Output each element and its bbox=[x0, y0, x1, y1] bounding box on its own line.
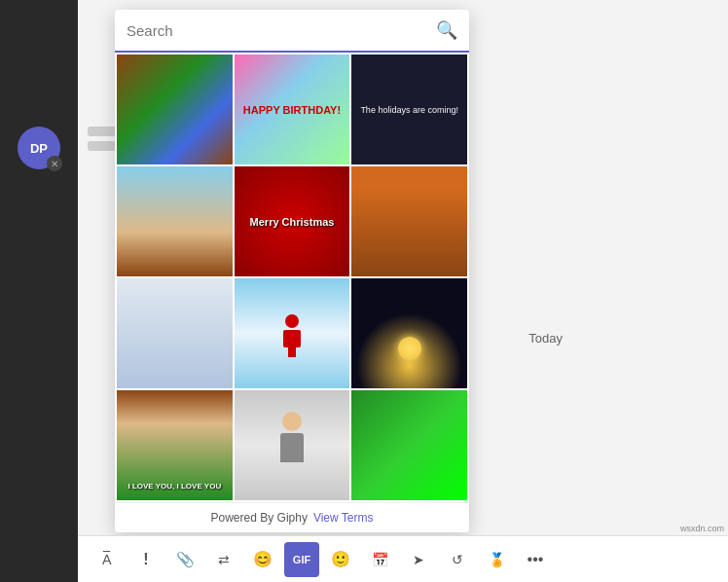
gif-thumbnail: HAPPY BIRTHDAY! bbox=[235, 55, 350, 164]
schedule-icon: 📅 bbox=[372, 552, 388, 567]
gif-thumbnail bbox=[117, 278, 233, 388]
gif-search-bar: Search 🔍 bbox=[115, 10, 469, 53]
gif-icon: GIF bbox=[293, 554, 310, 565]
send-button[interactable]: ➤ bbox=[401, 542, 436, 577]
gif-search-input[interactable]: Search bbox=[127, 22, 428, 39]
gif-thumbnail bbox=[351, 166, 467, 276]
important-button[interactable]: ! bbox=[128, 542, 164, 577]
gif-item[interactable]: The holidays are coming! bbox=[351, 55, 467, 164]
loop-icon: ↺ bbox=[452, 552, 463, 567]
schedule-button[interactable]: 📅 bbox=[362, 542, 397, 577]
format-icon: A̅ bbox=[102, 552, 112, 567]
gif-thumbnail: Merry Christmas bbox=[235, 166, 350, 276]
translate-button[interactable]: ⇄ bbox=[206, 542, 241, 577]
gif-footer: Powered By Giphy View Terms bbox=[115, 502, 469, 532]
giphy-attribution: Powered By Giphy bbox=[211, 511, 308, 525]
chat-message-stub bbox=[88, 141, 117, 151]
gif-item[interactable] bbox=[351, 278, 467, 388]
emoji-button[interactable]: 😊 bbox=[245, 542, 280, 577]
kudos-icon: 🏅 bbox=[489, 552, 505, 567]
gif-item[interactable] bbox=[117, 278, 233, 388]
sticker-button[interactable]: 🙂 bbox=[323, 542, 358, 577]
emoji-icon: 😊 bbox=[253, 550, 273, 568]
message-toolbar: A̅ ! 📎 ⇄ 😊 GIF 🙂 📅 ➤ ↺ 🏅 ••• bbox=[78, 535, 728, 582]
gif-thumbnail bbox=[351, 390, 467, 500]
kudos-button[interactable]: 🏅 bbox=[479, 542, 514, 577]
gif-item[interactable] bbox=[117, 166, 233, 276]
gif-item[interactable] bbox=[117, 55, 233, 164]
gif-thumbnail bbox=[235, 390, 350, 500]
attach-button[interactable]: 📎 bbox=[167, 542, 202, 577]
loop-button[interactable]: ↺ bbox=[440, 542, 475, 577]
today-divider-label: Today bbox=[528, 331, 563, 346]
gif-item[interactable]: I LOVE YOU, I LOVE YOU bbox=[117, 390, 233, 500]
exclamation-icon: ! bbox=[143, 551, 148, 568]
gif-thumbnail bbox=[117, 55, 233, 164]
gif-picker-panel: Search 🔍 HAPPY BIRTHDAY! The holidays ar… bbox=[115, 10, 469, 532]
gif-item[interactable] bbox=[351, 166, 467, 276]
gif-item[interactable] bbox=[351, 390, 467, 500]
gif-thumbnail: The holidays are coming! bbox=[351, 55, 467, 164]
gif-item[interactable] bbox=[235, 278, 350, 388]
search-icon: 🔍 bbox=[436, 19, 457, 41]
more-icon: ••• bbox=[528, 551, 544, 568]
format-button[interactable]: A̅ bbox=[90, 542, 125, 577]
gif-thumbnail: I LOVE YOU, I LOVE YOU bbox=[117, 390, 233, 500]
translate-icon: ⇄ bbox=[218, 552, 230, 567]
send-icon: ➤ bbox=[413, 552, 424, 567]
gif-thumbnail bbox=[117, 166, 233, 276]
gif-grid: HAPPY BIRTHDAY! The holidays are coming!… bbox=[115, 53, 469, 502]
gif-item[interactable]: HAPPY BIRTHDAY! bbox=[235, 55, 350, 164]
gif-thumbnail bbox=[235, 278, 350, 388]
gif-item[interactable]: Merry Christmas bbox=[235, 166, 350, 276]
gif-button[interactable]: GIF bbox=[284, 542, 319, 577]
gif-item[interactable] bbox=[235, 390, 350, 500]
sticker-icon: 🙂 bbox=[331, 550, 350, 568]
avatar-area: DP ✕ bbox=[18, 127, 60, 169]
view-terms-link[interactable]: View Terms bbox=[313, 511, 374, 525]
paperclip-icon: 📎 bbox=[176, 551, 195, 568]
sidebar bbox=[0, 0, 78, 582]
more-options-button[interactable]: ••• bbox=[518, 542, 553, 577]
gif-thumbnail bbox=[351, 278, 467, 388]
avatar-status-badge: ✕ bbox=[47, 156, 62, 171]
watermark: wsxdn.com bbox=[680, 524, 724, 533]
